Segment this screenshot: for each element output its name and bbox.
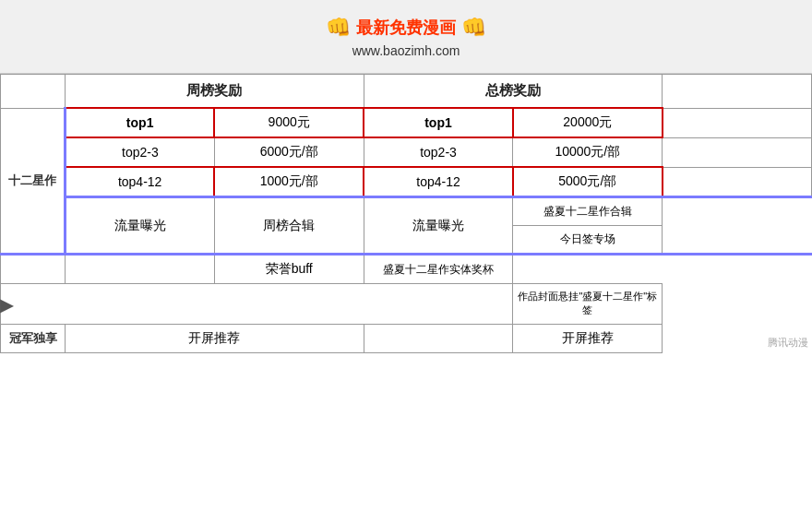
champion-total-blank xyxy=(364,324,513,352)
site-title: 最新免费漫画 xyxy=(356,17,456,39)
table-row-top2-3: top2-3 6000元/部 top2-3 10000元/部 xyxy=(1,137,812,167)
table-row-exposure: 流量曝光 周榜合辑 流量曝光 盛夏十二星作合辑 xyxy=(1,197,812,226)
table-row-top4-12: top4-12 1000元/部 top4-12 5000元/部 xyxy=(1,167,812,197)
honor-blank xyxy=(1,284,513,325)
weekly-header: 周榜奖励 xyxy=(66,75,364,109)
weekly-rank-2: top2-3 xyxy=(66,137,215,167)
right-hand-icon: 👊 xyxy=(461,16,486,40)
champion-weekly-opening: 开屏推荐 xyxy=(66,324,364,352)
total-rank-3: top4-12 xyxy=(364,167,513,197)
weekly-exposure: 流量曝光 xyxy=(66,197,215,255)
extra-2 xyxy=(663,137,812,167)
twelve-star-label: 十二星作 xyxy=(1,108,66,255)
total-reward-1: 20000元 xyxy=(513,108,663,137)
total-rank-1: top1 xyxy=(364,108,513,137)
scroll-indicator: ▶ xyxy=(0,295,13,315)
honor-weekly-blank xyxy=(1,255,66,284)
site-url: www.baozimh.com xyxy=(352,43,460,58)
champion-label: 冠军独享 xyxy=(1,324,66,352)
table-row-honor-2: 作品封面悬挂"盛夏十二星作"标签 xyxy=(1,284,812,325)
total-reward-2: 10000元/部 xyxy=(513,137,663,167)
champion-row: 冠军独享 开屏推荐 开屏推荐 xyxy=(1,324,812,352)
honor-weekly-blank2 xyxy=(66,255,215,284)
watermark: 腾讯动漫 xyxy=(768,336,808,350)
table-wrapper: ▶ 周榜奖励 总榜奖励 十二星作 top1 9000元 top1 20000元 … xyxy=(0,74,812,353)
extra-item-3: 盛夏十二星作实体奖杯 xyxy=(364,255,513,284)
total-header: 总榜奖励 xyxy=(364,75,663,109)
total-exposure: 流量曝光 xyxy=(364,197,513,255)
weekly-reward-1: 9000元 xyxy=(214,108,364,137)
table-row-honor: 荣誉buff 盛夏十二星作实体奖杯 xyxy=(1,255,812,284)
left-hand-icon: 👊 xyxy=(326,16,351,40)
extra-1 xyxy=(663,108,812,137)
extra-item-2: 今日签专场 xyxy=(513,226,663,255)
total-rank-2: top2-3 xyxy=(364,137,513,167)
extra-item-1: 盛夏十二星作合辑 xyxy=(513,197,663,226)
header-row: 周榜奖励 总榜奖励 xyxy=(1,75,812,109)
corner-cell xyxy=(1,75,66,109)
extra-header xyxy=(663,75,812,109)
weekly-compilation: 周榜合辑 xyxy=(214,197,364,255)
honor-buff-label: 荣誉buff xyxy=(214,255,364,284)
total-reward-3: 5000元/部 xyxy=(513,167,663,197)
extra-3 xyxy=(663,167,812,197)
header-inner: 👊 最新免费漫画 👊 www.baozimh.com xyxy=(326,16,486,58)
weekly-reward-2: 6000元/部 xyxy=(214,137,364,167)
table-row-top1: 十二星作 top1 9000元 top1 20000元 xyxy=(1,108,812,137)
weekly-rank-1: top1 xyxy=(66,108,215,137)
header-banner: 👊 最新免费漫画 👊 www.baozimh.com xyxy=(0,0,812,74)
weekly-rank-3: top4-12 xyxy=(66,167,215,197)
weekly-reward-3: 1000元/部 xyxy=(214,167,364,197)
extra-item-4: 作品封面悬挂"盛夏十二星作"标签 xyxy=(513,284,663,325)
rewards-table: 周榜奖励 总榜奖励 十二星作 top1 9000元 top1 20000元 to… xyxy=(0,74,812,353)
champion-total-opening: 开屏推荐 xyxy=(513,324,663,352)
header-top-row: 👊 最新免费漫画 👊 xyxy=(326,16,486,40)
